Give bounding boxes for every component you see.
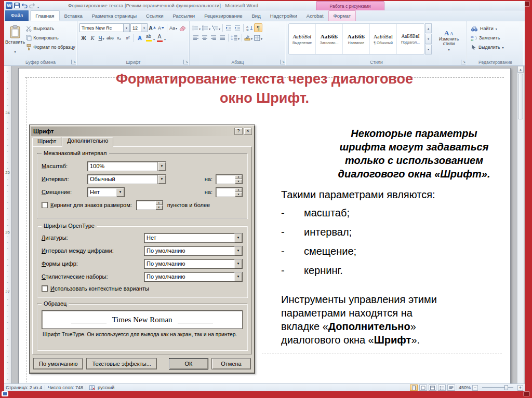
style-item[interactable]: АаБбВвІВыделение [289, 24, 316, 54]
tab-page-layout[interactable]: Разметка страницы [87, 10, 141, 21]
dropdown-arrow-icon[interactable] [234, 246, 242, 255]
vertical-scrollbar[interactable] [517, 66, 524, 383]
view-draft-button[interactable] [447, 385, 455, 391]
dialog-tab-font[interactable]: Шрифт [32, 138, 61, 146]
view-fullscreen-reading-button[interactable] [419, 385, 427, 391]
kerning-checkbox[interactable] [42, 202, 48, 208]
qat-customize-icon[interactable] [37, 1, 39, 10]
dropdown-arrow-icon[interactable] [116, 188, 124, 197]
styles-gallery-expand-button[interactable]: ▼ [425, 45, 432, 54]
scroll-up-button[interactable] [517, 66, 524, 73]
ligatures-combobox[interactable]: Нет [144, 233, 243, 243]
justify-button[interactable] [218, 33, 227, 42]
status-page-count[interactable]: Страница: 2 из 4 [6, 385, 42, 390]
paragraph-dialog-launcher[interactable] [280, 60, 285, 64]
tab-acrobat[interactable]: Acrobat [302, 10, 328, 21]
tab-file[interactable]: Файл [5, 10, 29, 21]
styles-scroll-down-button[interactable]: ▼ [425, 34, 432, 44]
find-button[interactable]: Найти [469, 24, 522, 33]
sort-button[interactable]: АЯ [245, 23, 254, 32]
vertical-ruler[interactable]: 24 25 26 27 [4, 66, 11, 383]
zoom-in-button[interactable] [517, 385, 523, 391]
zoom-slider[interactable] [482, 387, 513, 388]
number-spacing-combobox[interactable]: По умолчанию [144, 246, 243, 256]
clear-formatting-button[interactable] [178, 23, 187, 32]
strikethrough-button[interactable]: abc [106, 34, 114, 43]
dialog-close-button[interactable] [244, 128, 252, 135]
spacing-combobox[interactable]: Обычный [87, 174, 166, 184]
status-word-count[interactable]: Число слов: 748 [48, 385, 83, 390]
style-item[interactable]: АаБбВвІПодзагол... [397, 24, 424, 54]
increase-indent-button[interactable] [233, 23, 242, 32]
select-button[interactable]: Выделить [469, 43, 522, 51]
spinner-up-icon[interactable] [155, 201, 163, 205]
align-right-button[interactable] [209, 33, 218, 42]
spinner-down-icon[interactable] [235, 179, 242, 184]
shrink-font-button[interactable]: А [157, 23, 165, 32]
font-dialog-titlebar[interactable]: Шрифт [31, 127, 253, 136]
borders-button[interactable] [254, 33, 263, 42]
zoom-out-button[interactable] [472, 385, 478, 391]
position-combobox[interactable]: Нет [87, 187, 125, 197]
shading-button[interactable] [244, 33, 253, 42]
tab-references[interactable]: Ссылки [141, 10, 168, 21]
tab-home[interactable]: Главная [30, 10, 59, 21]
styles-scroll-up-button[interactable]: ▲ [425, 23, 432, 33]
default-button[interactable]: По умолчанию [33, 358, 83, 369]
align-center-button[interactable] [201, 33, 209, 42]
styles-dialog-launcher[interactable] [461, 60, 466, 64]
tab-addins[interactable]: Надстройки [265, 10, 302, 21]
replace-button[interactable]: abac Заменить [469, 34, 522, 42]
kerning-size-spinner[interactable] [136, 200, 163, 210]
font-dialog-launcher[interactable] [183, 60, 188, 64]
cancel-button[interactable]: Отмена [211, 358, 251, 369]
view-web-layout-button[interactable] [429, 385, 436, 391]
stylistic-sets-combobox[interactable]: По умолчанию [144, 272, 243, 282]
dropdown-arrow-icon[interactable] [234, 259, 242, 268]
tab-mailings[interactable]: Рассылки [168, 10, 200, 21]
status-language[interactable]: русский [98, 385, 114, 390]
grow-font-button[interactable]: А [148, 23, 156, 32]
zoom-level[interactable]: 450% [459, 385, 471, 390]
dropdown-arrow-icon[interactable] [157, 162, 166, 171]
copy-button[interactable]: Копировать [25, 34, 76, 42]
ok-button[interactable]: ОК [169, 358, 208, 369]
dropdown-arrow-icon[interactable] [234, 234, 242, 242]
contextual-alternates-checkbox[interactable] [42, 285, 48, 292]
spellcheck-icon[interactable] [89, 385, 95, 390]
decrease-indent-button[interactable] [224, 23, 233, 32]
number-forms-combobox[interactable]: По умолчанию [144, 259, 243, 269]
align-left-button[interactable] [192, 33, 200, 42]
style-item[interactable]: АаБбБНазвание [343, 24, 370, 54]
superscript-button[interactable]: x² [124, 34, 132, 43]
dialog-help-button[interactable] [234, 128, 243, 135]
font-color-button[interactable]: А [155, 34, 164, 43]
undo-button[interactable] [21, 3, 28, 8]
frame-corner-button[interactable] [523, 391, 530, 396]
scale-combobox[interactable]: 100% [87, 161, 166, 171]
text-effects-button[interactable]: Текстовые эффекты... [86, 358, 157, 369]
font-size-combobox[interactable]: 12 [130, 23, 148, 32]
bullets-button[interactable] [192, 23, 201, 32]
show-formatting-marks-button[interactable]: ¶ [254, 23, 262, 32]
clipboard-dialog-launcher[interactable] [71, 60, 76, 64]
scrollbar-thumb[interactable] [518, 74, 523, 119]
font-name-combobox[interactable]: Times New Rc [79, 23, 130, 32]
spinner-down-icon[interactable] [155, 205, 163, 210]
text-effects-button[interactable]: А [136, 34, 144, 43]
style-item[interactable]: АаБбБЗаголово... [316, 24, 343, 54]
tab-view[interactable]: Вид [247, 10, 265, 21]
spinner-down-icon[interactable] [235, 192, 242, 197]
redo-button[interactable] [29, 3, 35, 8]
dialog-tab-advanced[interactable]: Дополнительно [62, 137, 113, 147]
paste-button[interactable]: Вставить [5, 22, 25, 58]
spinner-up-icon[interactable] [235, 188, 242, 193]
bold-button[interactable]: Ж [79, 34, 88, 43]
line-spacing-button[interactable] [230, 33, 240, 42]
tab-review[interactable]: Рецензирование [200, 10, 247, 21]
tab-format[interactable]: Формат [328, 10, 356, 21]
spacing-by-spinner[interactable] [216, 174, 243, 184]
underline-button[interactable]: Ч [97, 34, 105, 43]
view-outline-button[interactable] [438, 385, 446, 391]
save-button[interactable] [14, 3, 20, 8]
